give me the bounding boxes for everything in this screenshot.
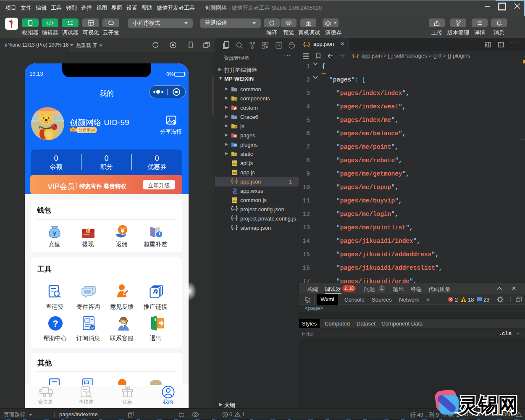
svg-text:JS: JS	[233, 171, 237, 175]
svg-text:?: ?	[52, 318, 58, 329]
svg-text:JS: JS	[234, 126, 238, 129]
svg-text:JS: JS	[233, 162, 237, 166]
svg-text:JS: JS	[233, 199, 237, 203]
